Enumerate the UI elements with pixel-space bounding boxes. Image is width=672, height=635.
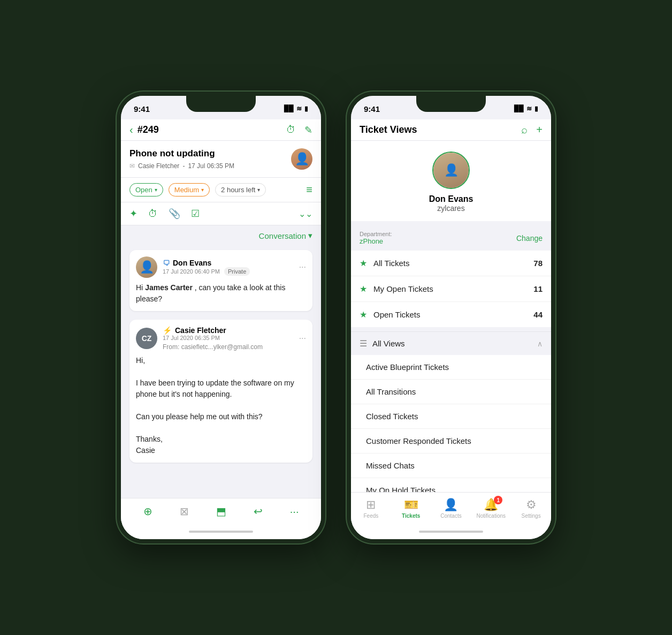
- new-reply-icon[interactable]: ⬒: [216, 505, 226, 518]
- expand-icon[interactable]: ⌄⌄: [299, 209, 312, 219]
- message-text-2: Hi, I have been trying to update the sof…: [136, 355, 306, 456]
- battery-icon: ▮: [304, 105, 308, 112]
- feeds-icon: ⊞: [366, 498, 376, 512]
- views-grid-icon: ☰: [360, 338, 367, 349]
- wifi-icon: ≋: [296, 105, 302, 112]
- ticket-all-label: All Tickets: [373, 259, 533, 268]
- profile-img: 👤: [433, 153, 469, 188]
- notification-count: 1: [494, 496, 502, 504]
- conversation-button[interactable]: Conversation ▾: [259, 231, 312, 240]
- ticket-dash: -: [182, 162, 185, 170]
- priority-badge[interactable]: Medium ▾: [169, 183, 210, 196]
- message-more-2[interactable]: ···: [299, 334, 306, 343]
- ticket-all[interactable]: ★ All Tickets 78: [351, 251, 551, 276]
- view-closed-tickets[interactable]: Closed Tickets: [351, 404, 551, 429]
- starred-tickets-list: ★ All Tickets 78 ★ My Open Tickets 11 ★ …: [351, 251, 551, 327]
- lightbulb-icon[interactable]: ✦: [129, 208, 138, 220]
- view-label-4: Customer Responded Tickets: [366, 436, 471, 445]
- customer-avatar: CZ: [136, 328, 157, 349]
- message-item: CZ ⚡ Casie Fletcher 17 Jul 2020 06:35 PM…: [129, 320, 312, 463]
- ticket-sender: Casie Fletcher: [138, 162, 179, 170]
- dept-change-button[interactable]: Change: [516, 234, 543, 243]
- ticket-meta: ✉ Casie Fletcher - 17 Jul 06:35 PM: [129, 162, 234, 170]
- view-all-transitions[interactable]: All Transitions: [351, 380, 551, 404]
- message-meta-2: ⚡ Casie Fletcher 17 Jul 2020 06:35 PM Fr…: [163, 326, 294, 351]
- move-icon[interactable]: ⊕: [143, 505, 152, 518]
- left-phone: 9:41 ▉▉ ≋ ▮ ‹ #249 ⏱ ✎: [117, 92, 325, 543]
- dept-section: Department: zPhone Change: [351, 225, 551, 251]
- right-phone: 9:41 ▉▉ ≋ ▮ Ticket Views ⌕ + 👤: [347, 92, 555, 543]
- status-label: Open: [135, 186, 152, 194]
- home-indicator-left: [121, 524, 321, 539]
- view-on-hold[interactable]: My On Hold Tickets: [351, 478, 551, 492]
- profile-avatar: 👤: [432, 152, 470, 189]
- ticket-my-open-label: My Open Tickets: [373, 284, 533, 293]
- status-icons-right: ▉▉ ≋ ▮: [514, 105, 538, 112]
- message-text-1: Hi James Carter , can you take a look at…: [136, 282, 306, 305]
- ticket-open[interactable]: ★ Open Tickets 44: [351, 302, 551, 327]
- priority-chevron: ▾: [201, 187, 204, 193]
- tab-contacts[interactable]: 👤 Contacts: [431, 496, 471, 521]
- profile-org: zylcares: [437, 204, 464, 213]
- ticket-views-nav: Ticket Views ⌕ +: [351, 119, 551, 141]
- contacts-label: Contacts: [440, 513, 461, 519]
- forward-icon[interactable]: ↩: [254, 505, 263, 518]
- conversation-header: Conversation ▾: [121, 225, 321, 246]
- star-icon-1: ★: [360, 258, 367, 268]
- merge-icon[interactable]: ⊠: [180, 505, 189, 518]
- time-right: 9:41: [364, 104, 380, 114]
- time-label: 2 hours left: [221, 186, 255, 194]
- ticket-status-row: Open ▾ Medium ▾ 2 hours left ▾ ≡: [121, 178, 321, 202]
- view-label-3: Closed Tickets: [366, 412, 418, 421]
- view-label-2: All Transitions: [366, 387, 416, 396]
- sender-name-1: Don Evans: [173, 259, 211, 267]
- notch: [186, 96, 256, 112]
- settings-label: Settings: [522, 513, 541, 519]
- view-customer-responded[interactable]: Customer Responded Tickets: [351, 429, 551, 453]
- tab-notifications[interactable]: 🔔 1 Notifications: [471, 496, 511, 521]
- back-button[interactable]: ‹: [129, 124, 133, 136]
- timer-icon[interactable]: ⏱: [286, 124, 296, 136]
- messages-container[interactable]: 👤 🗨 Don Evans 17 Jul 2020 06:40 PM Priva…: [121, 246, 321, 498]
- view-active-blueprint[interactable]: Active Blueprint Tickets: [351, 355, 551, 380]
- tab-settings[interactable]: ⚙ Settings: [511, 496, 551, 521]
- agent-avatar: 👤: [136, 256, 157, 278]
- lightning-icon: ⚡: [163, 326, 172, 335]
- priority-label: Medium: [174, 186, 199, 194]
- message-time-1: 17 Jul 2020 06:40 PM: [163, 268, 220, 275]
- search-icon[interactable]: ⌕: [521, 124, 528, 136]
- feeds-label: Feeds: [364, 513, 379, 519]
- home-indicator-right: [351, 524, 551, 539]
- message-header-2: CZ ⚡ Casie Fletcher 17 Jul 2020 06:35 PM…: [136, 326, 306, 351]
- checklist-icon[interactable]: ☑: [191, 208, 200, 220]
- all-views-section[interactable]: ☰ All Views ∧ Active Blueprint Tickets A…: [351, 331, 551, 492]
- ticket-my-open[interactable]: ★ My Open Tickets 11: [351, 276, 551, 302]
- tickets-label: Tickets: [402, 513, 420, 519]
- more-options-icon[interactable]: ···: [290, 505, 299, 518]
- add-icon[interactable]: +: [536, 124, 543, 136]
- tab-tickets[interactable]: 🎫 Tickets: [391, 496, 431, 521]
- home-bar-left: [189, 531, 253, 533]
- clock-icon[interactable]: ⏱: [148, 208, 158, 220]
- private-badge: Private: [224, 267, 250, 276]
- attach-icon[interactable]: 📎: [169, 208, 180, 220]
- dept-info: Department: zPhone: [360, 231, 392, 245]
- tab-feeds[interactable]: ⊞ Feeds: [351, 496, 391, 521]
- status-icons-left: ▉▉ ≋ ▮: [284, 105, 308, 112]
- contact-avatar-img: 👤: [291, 148, 312, 170]
- ticket-views-actions: ⌕ +: [521, 124, 543, 136]
- time-badge[interactable]: 2 hours left ▾: [215, 183, 266, 196]
- ticket-open-count: 44: [533, 310, 543, 319]
- status-badge[interactable]: Open ▾: [129, 183, 163, 196]
- nav-actions: ⏱ ✎: [286, 124, 312, 136]
- all-views-header[interactable]: ☰ All Views ∧: [351, 331, 551, 355]
- view-missed-chats[interactable]: Missed Chats: [351, 453, 551, 478]
- menu-icon[interactable]: ≡: [306, 184, 312, 196]
- ticket-my-open-count: 11: [533, 284, 543, 293]
- settings-icon: ⚙: [526, 498, 537, 512]
- edit-icon[interactable]: ✎: [304, 124, 312, 136]
- message-more-1[interactable]: ···: [299, 262, 306, 272]
- signal-icon: ▉▉: [284, 105, 294, 112]
- agent-avatar-img: 👤: [136, 256, 157, 278]
- ticket-open-label: Open Tickets: [373, 310, 533, 319]
